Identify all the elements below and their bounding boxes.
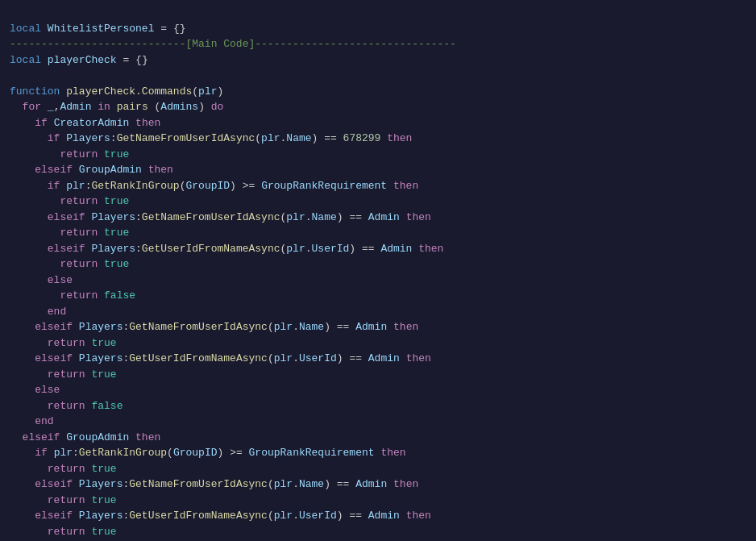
line-19: end (10, 306, 66, 318)
line-13: elseif Players:GetNameFromUserIdAsync(pl… (10, 211, 431, 223)
line-3: local playerCheck = {} (10, 54, 148, 66)
line-8: if Players:GetNameFromUserIdAsync(plr.Na… (10, 132, 412, 144)
line-33: return true (10, 526, 117, 538)
line-29: return true (10, 463, 117, 475)
line-30: elseif Players:GetNameFromUserIdAsync(pl… (10, 478, 418, 490)
line-22: elseif Players:GetUserIdFromNameAsync(pl… (10, 352, 431, 364)
line-6: for _,Admin in pairs (Admins) do (10, 101, 223, 113)
line-18: return false (10, 289, 135, 302)
line-17: else (10, 274, 73, 286)
line-1: local WhitelistPersonel = {} (10, 23, 186, 35)
line-14: return true (10, 227, 129, 239)
line-10: elseif GroupAdmin then (10, 164, 173, 176)
line-15: elseif Players:GetUserIdFromNameAsync(pl… (10, 243, 443, 255)
line-9: return true (10, 148, 129, 160)
line-5: function playerCheck.Commands(plr) (10, 85, 223, 98)
line-12: return true (10, 195, 129, 207)
line-26: end (10, 415, 54, 427)
line-16: return true (10, 258, 129, 270)
line-11: if plr:GetRankInGroup(GroupID) >= GroupR… (10, 180, 418, 192)
line-24: else (10, 384, 60, 396)
code-editor: local WhitelistPersonel = {} -----------… (0, 0, 756, 541)
line-28: if plr:GetRankInGroup(GroupID) >= GroupR… (10, 447, 406, 459)
line-31: return true (10, 494, 117, 506)
line-25: return false (10, 400, 123, 412)
line-2: ----------------------------[Main Code]-… (10, 38, 456, 50)
line-27: elseif GroupAdmin then (10, 431, 160, 443)
line-20: elseif Players:GetNameFromUserIdAsync(pl… (10, 321, 418, 333)
line-7: if CreatorAdmin then (10, 117, 160, 129)
line-21: return true (10, 337, 117, 349)
line-32: elseif Players:GetUserIdFromNameAsync(pl… (10, 510, 431, 522)
line-23: return true (10, 368, 117, 381)
